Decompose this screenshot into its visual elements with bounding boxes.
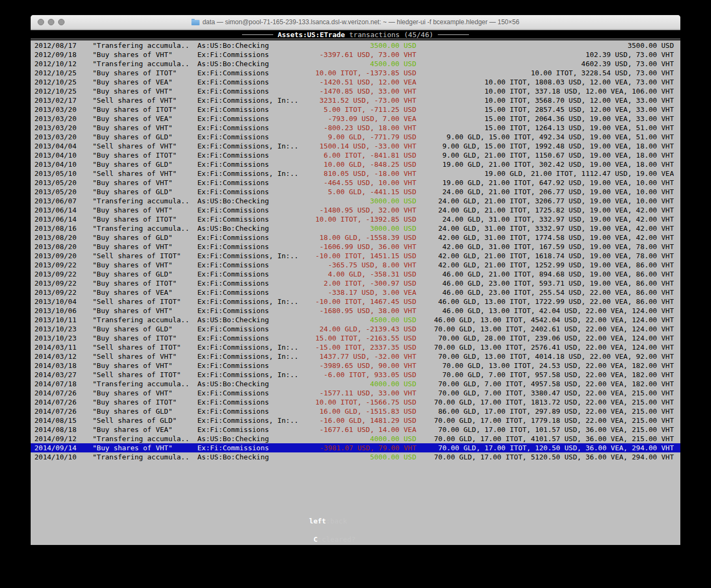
transaction-row[interactable]: 2013/08/20 "Buy shares of VHT" Ex:Fi:Com… — [31, 242, 680, 251]
titlebar[interactable]: data — simon@pool-71-165-239-133.lsanca.… — [31, 15, 680, 30]
transaction-row[interactable]: 2014/07/18 "Transfering accumula.. As:US… — [31, 379, 680, 388]
transaction-row[interactable]: 2013/10/11 "Transfering accumula.. As:US… — [31, 315, 680, 324]
transaction-row[interactable]: 2013/03/20 "Buy shares of GLD" Ex:Fi:Com… — [31, 132, 680, 141]
transaction-list: 2012/08/17 "Transfering accumula.. As:US… — [31, 41, 680, 462]
transaction-amount: -3981.07 USD, 79.00 VHT — [305, 443, 416, 452]
transaction-description: "Transfering accumula.. — [93, 434, 197, 443]
transaction-other-accounts: Ex:Fi:Commissions — [197, 388, 305, 398]
transaction-row[interactable]: 2013/09/22 "Buy shares of GLD" Ex:Fi:Com… — [31, 270, 680, 279]
transaction-date: 2012/10/12 — [34, 59, 93, 68]
transaction-description: "Sell shares of ITOT" — [93, 370, 197, 379]
transaction-amount: 24.00 GLD, -2139.43 USD — [305, 324, 416, 334]
transaction-other-accounts: Ex:Fi:Commissions — [197, 279, 305, 288]
transaction-row[interactable]: 2014/08/15 "Sell shares of GLD" Ex:Fi:Co… — [31, 416, 680, 425]
transaction-row[interactable]: 2014/08/18 "Buy shares of VEA" Ex:Fi:Com… — [31, 425, 680, 434]
transaction-amount: 1500.14 USD, -33.00 VHT — [305, 141, 416, 151]
transaction-row[interactable]: 2013/10/04 "Sell shares of ITOT" Ex:Fi:C… — [31, 297, 680, 306]
close-button[interactable] — [38, 19, 44, 25]
transaction-row[interactable]: 2014/03/11 "Sell shares of ITOT" Ex:Fi:C… — [31, 343, 680, 352]
transaction-row[interactable]: 2013/05/10 "Sell shares of VHT" Ex:Fi:Co… — [31, 169, 680, 178]
transaction-row[interactable]: 2013/03/20 "Buy shares of VHT" Ex:Fi:Com… — [31, 123, 680, 132]
transaction-description: "Sell shares of ITOT" — [93, 251, 197, 260]
transaction-row[interactable]: 2013/09/20 "Sell shares of ITOT" Ex:Fi:C… — [31, 251, 680, 260]
transaction-amount: 4000.00 USD — [305, 434, 416, 443]
transaction-date: 2012/10/25 — [34, 68, 93, 77]
footer-shortcut[interactable]: left:back — [309, 517, 347, 525]
transaction-row[interactable]: 2013/08/16 "Transfering accumula.. As:US… — [31, 224, 680, 233]
transaction-date: 2014/09/14 — [34, 443, 93, 452]
transaction-row[interactable]: 2014/09/14 "Buy shares of VHT" Ex:Fi:Com… — [31, 443, 680, 452]
transaction-row[interactable]: 2012/10/12 "Transfering accumula.. As:US… — [31, 59, 680, 68]
transaction-row[interactable]: 2013/06/14 "Buy shares of VHT" Ex:Fi:Com… — [31, 206, 680, 215]
transaction-balance: 15.00 ITOT, 2064.36 USD, 19.00 VEA, 33.0… — [416, 114, 674, 123]
transaction-amount: 10.00 ITOT, -1392.85 USD — [305, 215, 416, 224]
transaction-row[interactable]: 2014/07/26 "Buy shares of GLD" Ex:Fi:Com… — [31, 407, 680, 416]
footer-shortcut[interactable]: C:cleared? — [314, 535, 356, 543]
transaction-row[interactable]: 2014/03/27 "Sell shares of ITOT" Ex:Fi:C… — [31, 370, 680, 379]
transaction-row[interactable]: 2013/10/06 "Buy shares of VHT" Ex:Fi:Com… — [31, 306, 680, 315]
transaction-balance: 10.00 ITOT, 337.18 USD, 12.00 VEA, 106.0… — [416, 87, 674, 96]
transaction-row[interactable]: 2013/05/20 "Buy shares of VHT" Ex:Fi:Com… — [31, 178, 680, 187]
terminal-window: data — simon@pool-71-165-239-133.lsanca.… — [31, 15, 680, 545]
transaction-row[interactable]: 2013/06/14 "Buy shares of ITOT" Ex:Fi:Co… — [31, 215, 680, 224]
transaction-row[interactable]: 2013/04/10 "Buy shares of ITOT" Ex:Fi:Co… — [31, 151, 680, 160]
transactions-header-bar: Assets:US:ETrade transactions (45/46) — [31, 30, 680, 39]
minimize-button[interactable] — [48, 19, 54, 25]
transaction-other-accounts: As:US:Bo:Checking — [197, 452, 305, 462]
transaction-balance: 24.00 GLD, 31.00 ITOT, 3332.97 USD, 19.0… — [416, 224, 674, 233]
transaction-row[interactable]: 2013/03/20 "Buy shares of ITOT" Ex:Fi:Co… — [31, 105, 680, 114]
transaction-row[interactable]: 2014/10/10 "Transfering accumula.. As:US… — [31, 452, 680, 462]
transaction-row[interactable]: 2013/03/20 "Buy shares of VEA" Ex:Fi:Com… — [31, 114, 680, 123]
transaction-amount: -800.23 USD, 18.00 VHT — [305, 123, 416, 132]
transaction-description: "Sell shares of VHT" — [93, 352, 197, 361]
transaction-row[interactable]: 2013/02/17 "Sell shares of VHT" Ex:Fi:Co… — [31, 96, 680, 105]
zoom-button[interactable] — [58, 19, 65, 25]
transaction-amount: 16.00 GLD, -1515.83 USD — [305, 407, 416, 416]
transaction-row[interactable]: 2013/08/20 "Buy shares of GLD" Ex:Fi:Com… — [31, 233, 680, 242]
transaction-row[interactable]: 2013/10/23 "Buy shares of ITOT" Ex:Fi:Co… — [31, 334, 680, 343]
transaction-date: 2013/09/20 — [34, 251, 93, 260]
transaction-row[interactable]: 2014/03/18 "Buy shares of VHT" Ex:Fi:Com… — [31, 361, 680, 370]
transaction-row[interactable]: 2012/10/25 "Buy shares of VHT" Ex:Fi:Com… — [31, 87, 680, 96]
transaction-date: 2014/09/12 — [34, 434, 93, 443]
transaction-row[interactable]: 2014/09/12 "Transfering accumula.. As:US… — [31, 434, 680, 443]
transaction-row[interactable]: 2013/09/22 "Buy shares of VHT" Ex:Fi:Com… — [31, 260, 680, 270]
transaction-balance: 70.00 GLD, 13.00 ITOT, 4014.18 USD, 22.0… — [416, 352, 674, 361]
transaction-date: 2014/07/26 — [34, 388, 93, 398]
transaction-description: "Buy shares of GLD" — [93, 270, 197, 279]
transaction-row[interactable]: 2014/03/12 "Sell shares of VHT" Ex:Fi:Co… — [31, 352, 680, 361]
transaction-other-accounts: Ex:Fi:Commissions, In:.. — [197, 297, 305, 306]
transaction-row[interactable]: 2014/07/26 "Buy shares of ITOT" Ex:Fi:Co… — [31, 398, 680, 407]
transaction-row[interactable]: 2013/09/22 "Buy shares of VEA" Ex:Fi:Com… — [31, 288, 680, 297]
transaction-other-accounts: Ex:Fi:Commissions — [197, 398, 305, 407]
transaction-row[interactable]: 2013/04/10 "Buy shares of GLD" Ex:Fi:Com… — [31, 160, 680, 169]
transaction-description: "Buy shares of VHT" — [93, 443, 197, 452]
transaction-description: "Buy shares of GLD" — [93, 407, 197, 416]
transaction-date: 2014/03/27 — [34, 370, 93, 379]
transaction-description: "Transfering accumula.. — [93, 41, 197, 50]
transaction-balance: 24.00 GLD, 31.00 ITOT, 332.97 USD, 19.00… — [416, 215, 674, 224]
shortcut-key: C — [314, 535, 318, 543]
transaction-other-accounts: Ex:Fi:Commissions — [197, 178, 305, 187]
terminal-screen[interactable]: Assets:US:ETrade transactions (45/46) 20… — [31, 30, 680, 545]
transaction-amount: 5.00 GLD, -441.15 USD — [305, 187, 416, 196]
transaction-description: "Buy shares of VHT" — [93, 50, 197, 59]
transaction-row[interactable]: 2012/10/25 "Buy shares of ITOT" Ex:Fi:Co… — [31, 68, 680, 77]
transaction-row[interactable]: 2013/05/20 "Buy shares of GLD" Ex:Fi:Com… — [31, 187, 680, 196]
transaction-row[interactable]: 2012/08/17 "Transfering accumula.. As:US… — [31, 41, 680, 50]
transaction-row[interactable]: 2013/10/23 "Buy shares of GLD" Ex:Fi:Com… — [31, 324, 680, 334]
transaction-amount: -3989.65 USD, 90.00 VHT — [305, 361, 416, 370]
transaction-row[interactable]: 2012/09/18 "Buy shares of VHT" Ex:Fi:Com… — [31, 50, 680, 59]
transaction-row[interactable]: 2014/07/26 "Buy shares of VHT" Ex:Fi:Com… — [31, 388, 680, 398]
transaction-other-accounts: Ex:Fi:Commissions — [197, 233, 305, 242]
transaction-description: "Buy shares of VHT" — [93, 123, 197, 132]
transaction-row[interactable]: 2012/10/25 "Buy shares of VEA" Ex:Fi:Com… — [31, 77, 680, 87]
transaction-balance: 46.00 GLD, 23.00 ITOT, 593.71 USD, 19.00… — [416, 279, 674, 288]
transaction-row[interactable]: 2013/04/04 "Sell shares of VHT" Ex:Fi:Co… — [31, 141, 680, 151]
transaction-row[interactable]: 2013/09/22 "Buy shares of ITOT" Ex:Fi:Co… — [31, 279, 680, 288]
transaction-other-accounts: As:US:Bo:Checking — [197, 379, 305, 388]
header-account-name: Assets:US:ETrade — [278, 31, 345, 39]
transaction-amount: -3397.61 USD, 73.00 VHT — [305, 50, 416, 59]
transaction-row[interactable]: 2013/06/07 "Transfering accumula.. As:US… — [31, 196, 680, 206]
transaction-other-accounts: Ex:Fi:Commissions — [197, 242, 305, 251]
